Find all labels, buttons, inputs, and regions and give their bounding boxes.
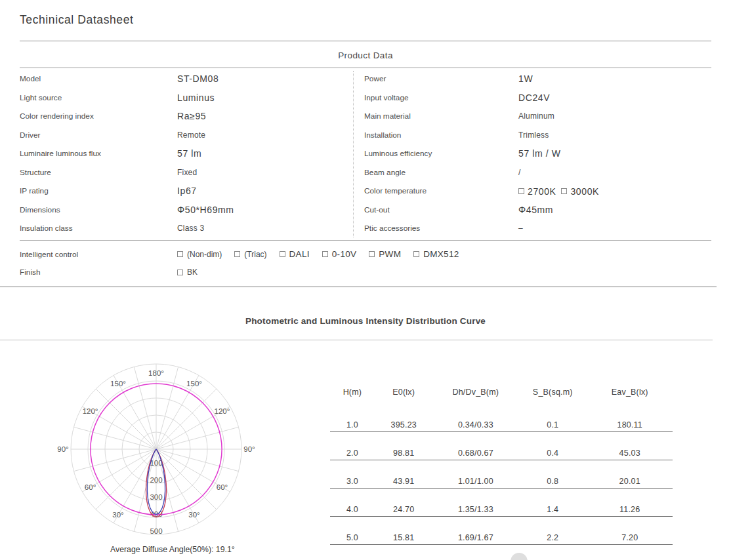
table-cell: 43.91 xyxy=(375,460,433,489)
chart-caption: Average Diffuse Angle(50%): 19.1° xyxy=(110,545,235,554)
table-cell: 15.81 xyxy=(375,517,433,545)
section-title-product-data: Product Data xyxy=(0,50,731,60)
field-value: Fixed xyxy=(177,168,197,177)
checkbox-option: (Non-dim) xyxy=(177,250,222,259)
table-cell: 5.0 xyxy=(330,517,375,545)
checkbox-option-label: DALI xyxy=(289,249,310,259)
checkbox-option: BK xyxy=(177,268,198,277)
table-cell: 24.70 xyxy=(375,489,433,517)
polar-grid-spoke xyxy=(156,367,178,449)
field-value: Class 3 xyxy=(177,224,204,233)
field-label: Input voltage xyxy=(364,93,518,102)
polar-grid-spoke xyxy=(73,427,156,449)
section-title-photometric: Photometric and Luminous Intensity Distr… xyxy=(0,316,731,326)
table-cell: 180.11 xyxy=(587,404,673,432)
table-cell: 3.0 xyxy=(330,460,375,489)
field-label: Luminous efficiency xyxy=(364,149,518,158)
field-label: Power xyxy=(364,74,518,83)
field-value: 2700K3000K xyxy=(518,186,604,197)
field-label: Model xyxy=(20,74,177,83)
radius-tick-label: 300 xyxy=(150,493,162,501)
field-row: Luminous efficiency57 lm / W xyxy=(364,144,712,163)
divider-line xyxy=(0,287,717,287)
field-row: InstallationTrimless xyxy=(364,126,712,145)
field-value: Φ50*H69mm xyxy=(177,205,234,215)
table-header-cell: S_B(sq.m) xyxy=(518,388,587,404)
field-value: Aluminum xyxy=(518,111,554,121)
table-cell: 0.68/0.67 xyxy=(433,432,519,460)
photometric-table: H(m)E0(lx)Dh/Dv_B(m)S_B(sq.m)Eav_B(lx) 1… xyxy=(330,388,673,545)
angle-tick-label: 30° xyxy=(112,511,123,519)
checkbox-icon xyxy=(369,251,375,257)
table-cell: 0.8 xyxy=(518,460,587,489)
checkbox-option: 3000K xyxy=(561,186,598,197)
polar-grid-spoke xyxy=(156,389,217,449)
angle-tick-label: 150° xyxy=(186,380,202,388)
column-divider-dotted-line xyxy=(353,71,354,237)
field-row: Light sourceLuminus xyxy=(20,89,348,108)
field-value: 57 lm / W xyxy=(518,148,561,159)
field-row: Insulation classClass 3 xyxy=(20,219,348,238)
table-cell: 2.0 xyxy=(330,432,375,460)
checkbox-icon xyxy=(322,251,328,257)
field-value: Φ45mm xyxy=(518,205,553,215)
angle-tick-label: 60° xyxy=(85,483,96,491)
field-label: Dimensions xyxy=(20,205,177,214)
field-value: Luminus xyxy=(177,92,215,103)
field-row: Input voltageDC24V xyxy=(364,89,712,108)
field-label: Color rendering index xyxy=(20,111,177,121)
table-header-cell: Eav_B(lx) xyxy=(587,388,673,404)
field-value: / xyxy=(518,168,521,177)
field-label: Color temperature xyxy=(364,186,518,195)
checkbox-option: DALI xyxy=(280,249,310,259)
field-label: Light source xyxy=(20,93,177,102)
checkbox-option-label: (Triac) xyxy=(244,250,266,259)
field-label: Beam angle xyxy=(364,168,518,177)
field-value: 57 lm xyxy=(177,148,201,159)
divider-line xyxy=(0,340,713,340)
table-row: 1.0395.230.34/0.330.1180.11 xyxy=(330,404,673,432)
field-row: DimensionsΦ50*H69mm xyxy=(20,201,348,220)
table-cell: 1.01/1.00 xyxy=(433,460,519,489)
checkbox-option-label: 0-10V xyxy=(332,249,357,259)
checkbox-option-label: 2700K xyxy=(528,186,556,197)
table-row: 2.098.810.68/0.670.445.03 xyxy=(330,432,673,460)
checkbox-icon xyxy=(177,251,183,257)
field-row: Color rendering indexRa≥95 xyxy=(20,107,348,126)
table-header-cell: H(m) xyxy=(330,388,375,404)
field-label: Insulation class xyxy=(20,224,177,233)
radius-tick-label: 500 xyxy=(150,527,162,535)
faint-logo-fragment xyxy=(511,553,528,560)
divider-line xyxy=(20,240,711,241)
checkbox-icon xyxy=(177,270,183,275)
table-cell: 395.23 xyxy=(375,404,433,432)
field-row: Cut-outΦ45mm xyxy=(364,201,712,220)
checkbox-icon xyxy=(413,251,419,257)
field-row: IP ratingIp67 xyxy=(20,182,348,201)
angle-tick-label: 30° xyxy=(188,511,199,519)
checkbox-icon xyxy=(280,251,285,257)
angle-tick-label: 90° xyxy=(57,445,68,453)
polar-chart-svg: 100200300400500180°150°150°120°120°90°90… xyxy=(46,357,269,549)
table-cell: 1.4 xyxy=(518,489,587,517)
field-label: Main material xyxy=(364,111,518,121)
angle-tick-label: 150° xyxy=(110,380,126,388)
field-row: Power1W xyxy=(364,70,712,89)
table-cell: 0.4 xyxy=(518,432,587,460)
checkbox-option-label: 3000K xyxy=(570,186,598,197)
field-label: Installation xyxy=(364,130,518,140)
table-row: 5.015.811.69/1.672.27.20 xyxy=(330,517,673,545)
checkbox-option: PWM xyxy=(369,249,401,259)
checkbox-option-label: PWM xyxy=(379,249,401,259)
table-row: 3.043.911.01/1.000.820.01 xyxy=(330,460,673,489)
field-row: Ptic accessories– xyxy=(364,219,712,238)
polar-grid-spoke xyxy=(156,449,239,471)
angle-tick-label: 180° xyxy=(148,369,164,377)
field-row: ModelST-DM08 xyxy=(20,70,348,89)
page-title: Techinical Datasheet xyxy=(20,13,133,27)
radius-tick-label: 200 xyxy=(150,476,162,484)
table-header-cell: Dh/Dv_B(m) xyxy=(433,388,519,404)
table-cell: 4.0 xyxy=(330,489,375,517)
product-data-left-column: ModelST-DM08Light sourceLuminusColor ren… xyxy=(20,70,348,238)
table-cell: 0.1 xyxy=(518,404,587,432)
